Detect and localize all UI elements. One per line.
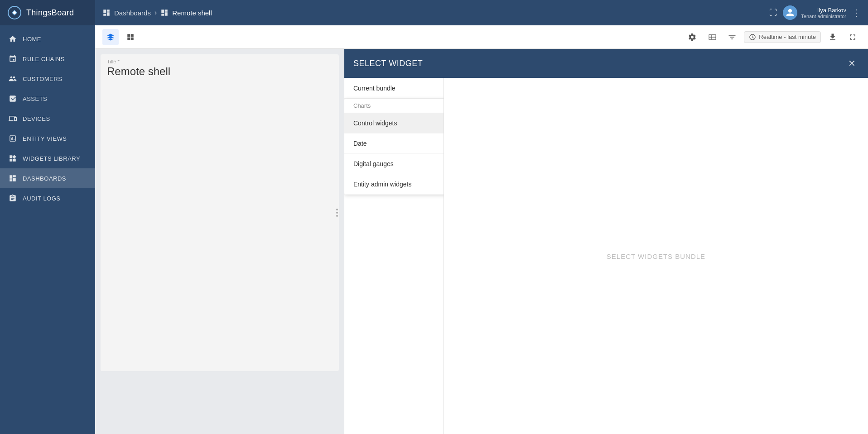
sidebar-item-devices-label: DEVICES [23, 115, 50, 122]
download-button[interactable] [825, 29, 841, 45]
select-widget-panel: SELECT WIDGET ✕ Current bundle [344, 49, 868, 434]
sidebar-item-assets[interactable]: ASSETS [0, 89, 95, 109]
drag-dot-3 [336, 215, 338, 217]
drag-dot-2 [336, 212, 338, 214]
sidebar-item-home-label: HOME [23, 36, 41, 43]
dropdown-item-date-name: Date [353, 140, 367, 147]
bundle-current-label: Current bundle [353, 85, 395, 92]
settings-button[interactable] [684, 29, 700, 45]
audit-logs-icon [8, 194, 17, 203]
sidebar-item-dashboards-label: DASHBOARDS [23, 175, 66, 182]
sidebar-item-entity-views[interactable]: ENTITY VIEWS [0, 129, 95, 148]
remote-shell-breadcrumb-icon [160, 9, 169, 17]
sidebar-item-assets-label: ASSETS [23, 95, 47, 102]
breadcrumb-current: Remote shell [172, 9, 212, 17]
dashboards-icon [8, 174, 17, 183]
realtime-badge[interactable]: Realtime - last minute [744, 31, 821, 43]
sidebar-item-audit-logs[interactable]: AUDIT LOGS [0, 188, 95, 208]
dropdown-item-charts-name: Charts [353, 102, 371, 109]
widget-drag-handle[interactable] [335, 199, 339, 226]
widget-panel: Title * Remote shell [95, 49, 344, 434]
sidebar-item-audit-logs-label: AUDIT LOGS [23, 195, 61, 202]
toolbar-tab-main[interactable] [102, 29, 119, 45]
dropdown-item-date[interactable]: Date System [344, 134, 444, 154]
dashboard-toolbar: Realtime - last minute [95, 25, 868, 49]
svg-rect-5 [131, 37, 134, 40]
app-name: ThingsBoard [26, 8, 74, 18]
dropdown-item-control-name: Control widgets [353, 119, 397, 127]
user-info: Ilya Barkov Tenant administrator [801, 7, 846, 19]
sidebar-logo[interactable]: ThingsBoard [0, 0, 95, 25]
widget-card: Title * Remote shell [101, 54, 339, 371]
dropdown-item-entity-name: Entity admin widgets [353, 181, 411, 188]
sidebar-item-rule-chains-label: RULE CHAINS [23, 56, 65, 62]
select-bundle-message: SELECT WIDGETS BUNDLE [607, 78, 705, 434]
dropdown-item-charts[interactable]: Charts [344, 99, 444, 113]
toolbar-tab-layout[interactable] [122, 29, 139, 45]
close-button[interactable]: ✕ [844, 56, 859, 71]
rule-chains-icon [8, 54, 17, 63]
sidebar-item-devices[interactable]: DEVICES [0, 109, 95, 129]
select-widget-body: Current bundle Charts Control widget [344, 78, 868, 434]
sidebar-item-entity-views-label: ENTITY VIEWS [23, 135, 67, 142]
header-fullscreen-icon[interactable]: ⛶ [769, 8, 777, 18]
sidebar-item-customers-label: CUSTOMERS [23, 76, 62, 82]
sidebar: ThingsBoard HOME RULE CHAINS CUSTOMERS [0, 0, 95, 434]
svg-point-1 [13, 11, 16, 14]
sidebar-item-home[interactable]: HOME [0, 29, 95, 49]
widget-title-label: Title * [107, 59, 333, 64]
header-actions: ⛶ Ilya Barkov Tenant administrator ⋮ [769, 5, 861, 20]
customers-icon [8, 74, 17, 83]
widget-title-bar: Title * Remote shell [101, 54, 339, 80]
user-name: Ilya Barkov [801, 7, 846, 14]
sidebar-item-widgets-library[interactable]: WIDGETS LIBRARY [0, 148, 95, 168]
sidebar-item-customers[interactable]: CUSTOMERS [0, 69, 95, 89]
top-header: Dashboards › Remote shell ⛶ Ilya Barkov … [95, 0, 868, 25]
svg-rect-4 [127, 37, 130, 40]
dashboards-breadcrumb-icon [102, 9, 111, 17]
dashboard-fullscreen-button[interactable] [844, 29, 861, 45]
drag-dot-1 [336, 209, 338, 210]
dropdown-item-digital-gauges[interactable]: Digital gauges System [344, 154, 444, 174]
user-role: Tenant administrator [801, 14, 846, 19]
select-widget-title: SELECT WIDGET [353, 59, 844, 68]
bundle-dropdown: Charts Control widgets System Date [344, 99, 444, 195]
bundle-current-item[interactable]: Current bundle [344, 78, 444, 99]
select-bundle-text: SELECT WIDGETS BUNDLE [607, 253, 705, 260]
sidebar-nav: HOME RULE CHAINS CUSTOMERS ASSETS [0, 25, 95, 434]
bundle-list: Current bundle Charts Control widget [344, 78, 444, 434]
dashboard-grid: Title * Remote shell SELECT WIDGET [95, 49, 868, 434]
bundle-area: SELECT WIDGETS BUNDLE [444, 78, 868, 434]
toolbar-right: Realtime - last minute [684, 29, 861, 45]
main-content: Dashboards › Remote shell ⛶ Ilya Barkov … [95, 0, 868, 434]
layout-button[interactable] [704, 29, 720, 45]
realtime-label: Realtime - last minute [759, 33, 816, 40]
assets-icon [8, 94, 17, 103]
entity-views-icon [8, 134, 17, 143]
breadcrumb-separator: › [154, 9, 157, 17]
devices-icon [8, 114, 17, 123]
widget-title-value: Remote shell [107, 65, 333, 78]
select-widget-header: SELECT WIDGET ✕ [344, 49, 868, 78]
dropdown-item-control-widgets[interactable]: Control widgets System [344, 113, 444, 134]
dropdown-item-digital-name: Digital gauges [353, 160, 394, 167]
dashboard-area: Realtime - last minute Title * Remote sh… [95, 25, 868, 434]
home-icon [8, 34, 17, 43]
user-avatar[interactable] [783, 5, 797, 20]
sidebar-item-widgets-library-label: WIDGETS LIBRARY [23, 155, 80, 162]
sidebar-item-dashboards[interactable]: DASHBOARDS [0, 168, 95, 188]
thingsboard-logo-icon [7, 5, 22, 20]
header-menu-icon[interactable]: ⋮ [852, 7, 861, 18]
svg-rect-2 [127, 34, 130, 37]
dropdown-item-entity-admin[interactable]: Entity admin widgets System [344, 174, 444, 195]
sidebar-item-rule-chains[interactable]: RULE CHAINS [0, 49, 95, 69]
filter-button[interactable] [724, 29, 740, 45]
svg-rect-3 [131, 34, 134, 37]
breadcrumb: Dashboards › Remote shell [102, 9, 769, 17]
breadcrumb-parent[interactable]: Dashboards [114, 9, 151, 17]
header-user: Ilya Barkov Tenant administrator [783, 5, 846, 20]
widgets-library-icon [8, 154, 17, 163]
